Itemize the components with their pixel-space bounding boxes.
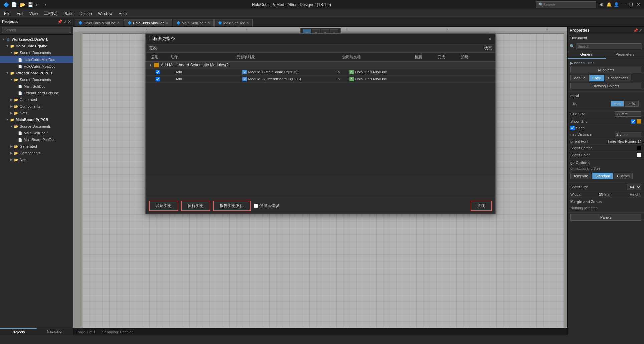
tree-extend-prj[interactable]: ▼ 📁 ExtendBoard.PrjPCB: [0, 70, 73, 76]
tree-main-sch2[interactable]: 📄 Main.SchDoc *: [0, 130, 73, 136]
tree-source-docs-3[interactable]: ▼ 📂 Source Documents: [0, 123, 73, 130]
menu-project[interactable]: 工程(C): [41, 10, 60, 17]
unit-mils-btn[interactable]: mils: [625, 101, 639, 107]
only-errors-checkbox[interactable]: [254, 204, 258, 208]
panel-close-icon[interactable]: ✕: [68, 19, 71, 24]
row2-doc-icon: D: [349, 77, 354, 81]
menu-help[interactable]: Help: [116, 11, 130, 17]
tab-navigator[interactable]: Navigator: [37, 328, 73, 335]
custom-btn[interactable]: Custom: [614, 173, 633, 179]
tree-components-2[interactable]: ▶ 📂 Components: [0, 150, 73, 156]
standard-btn[interactable]: Standard: [592, 173, 613, 179]
menu-file[interactable]: File: [1, 11, 13, 17]
tree-mbs-doc[interactable]: 📄 HoloCubis.MbsDoc: [0, 56, 73, 63]
tree-nets-2[interactable]: ▶ 📂 Nets: [0, 156, 73, 163]
menu-view[interactable]: View: [27, 11, 41, 17]
tab-main-sch-star[interactable]: 🔷 Main.SchDoc * ✕: [173, 19, 214, 26]
general-section-title: neral: [570, 94, 641, 98]
panel-pin-icon[interactable]: 📌: [57, 19, 62, 24]
titlebar-search[interactable]: 🔍: [536, 1, 596, 8]
close-button[interactable]: 关闭: [471, 201, 492, 211]
open-icon[interactable]: 📂: [20, 2, 25, 7]
menu-window[interactable]: Window: [95, 11, 115, 17]
tab-general[interactable]: General: [568, 51, 606, 59]
tab-parameters[interactable]: Parameters: [606, 51, 644, 59]
mainboard-pcb-icon: 📄: [17, 137, 23, 142]
settings-icon[interactable]: ⚙: [599, 2, 605, 8]
snap-checkbox[interactable]: [570, 126, 575, 130]
redo-icon[interactable]: ↪: [42, 2, 46, 7]
tree-workspace[interactable]: ▼ 🖥 Workspace1.DsnWrk: [0, 36, 73, 43]
tree-holobolic-prj[interactable]: ▼ 📁 HoloCubic.PrjMbd: [0, 43, 73, 49]
show-grid-checkbox[interactable]: [631, 119, 635, 124]
row2-doc: D HoloCubis.MbaDoc: [349, 77, 423, 81]
titlebar-search-input[interactable]: [543, 3, 590, 7]
minimize-button[interactable]: —: [621, 2, 627, 8]
tree-components-1[interactable]: ▶ 📂 Components: [0, 103, 73, 110]
tree-source-docs-1[interactable]: ▼ 📂 Source Documents: [0, 49, 73, 56]
filter-module-btn[interactable]: Module: [570, 75, 588, 81]
height-label: Height:: [630, 192, 641, 196]
mba-tab-icon: 🔷: [78, 21, 82, 25]
sheet-border-color[interactable]: [637, 146, 641, 150]
tree-nets-1[interactable]: ▶ 📂 Nets: [0, 110, 73, 116]
main-sch-star-label: Main.SchDoc *: [182, 21, 206, 25]
panels-button[interactable]: Panels: [570, 214, 641, 221]
properties-search-input[interactable]: [576, 43, 642, 49]
tab-projects[interactable]: Projects: [0, 328, 37, 335]
tree-source-docs-2[interactable]: ▼ 📂 Source Documents: [0, 76, 73, 83]
tab-mba[interactable]: 🔷 HoloCubis.MbaDoc ✕: [75, 19, 123, 26]
validate-button[interactable]: 验证变更: [149, 201, 178, 211]
filter-icon: ▶: [570, 61, 573, 65]
tree-main-sch[interactable]: 📄 Main.SchDoc: [0, 83, 73, 90]
menu-design[interactable]: Design: [77, 11, 95, 17]
workspace-icon: 🖥: [5, 37, 11, 42]
dialog-close-icon[interactable]: ✕: [488, 36, 492, 41]
tree-generated-1[interactable]: ▶ 📂 Generated: [0, 96, 73, 103]
restore-button[interactable]: ❐: [628, 2, 634, 8]
undo-icon[interactable]: ↩: [36, 2, 40, 7]
unit-mm-btn[interactable]: mm: [611, 101, 624, 107]
save-icon[interactable]: 💾: [28, 2, 33, 7]
projects-search-input[interactable]: [2, 27, 71, 33]
grid-color-box[interactable]: [637, 119, 641, 124]
props-max-icon[interactable]: ⤢: [639, 28, 642, 33]
execute-button[interactable]: 执行变更: [181, 201, 210, 211]
tab-main-sch[interactable]: 🔷 Main.SchDoc ✕: [214, 19, 253, 26]
all-objects-button[interactable]: All objects: [570, 67, 641, 73]
tree-mainboard-pcb[interactable]: 📄 MainBoard.PcbDoc: [0, 136, 73, 143]
tree-extend-pcb[interactable]: 📄 ExtendBoard.PcbDoc: [0, 90, 73, 96]
main-sch-star-close[interactable]: ✕: [207, 21, 210, 25]
formatting-title: ormatting and Size: [570, 167, 641, 170]
main-sch-close[interactable]: ✕: [246, 21, 249, 25]
sheet-size-select[interactable]: A4: [627, 184, 641, 190]
tree-mainboard-prj[interactable]: ▼ 📁 MainBoard.PrjPCB: [0, 116, 73, 123]
width-row: Width: 297mm Height:: [568, 191, 644, 198]
new-icon[interactable]: 📄: [11, 2, 17, 7]
filter-entry-btn[interactable]: Entry: [589, 75, 604, 81]
template-btn[interactable]: Template: [570, 173, 591, 179]
dialog-group-row[interactable]: ▼ Add Multi-board Schematic Modules(2: [146, 62, 495, 69]
row1-enabled[interactable]: [156, 70, 176, 74]
sheet-color-box[interactable]: [637, 153, 641, 157]
props-pin-icon[interactable]: 📌: [633, 28, 638, 33]
user-icon[interactable]: 👤: [613, 2, 619, 8]
menu-place[interactable]: Place: [61, 11, 76, 17]
mbs-tab-label: HoloCubis.MbsDoc: [133, 21, 164, 25]
tree-mba-doc[interactable]: 📄 HoloCubis.MbaDoc: [0, 63, 73, 70]
close-button[interactable]: ✕: [635, 2, 641, 8]
main-sch-icon: 📄: [17, 84, 23, 89]
mba-tab-close[interactable]: ✕: [117, 21, 120, 25]
snap-distance-input[interactable]: [615, 132, 641, 137]
notification-icon[interactable]: 🔔: [606, 2, 612, 8]
tab-mbs[interactable]: 🔷 HoloCubis.MbsDoc ✕: [124, 19, 172, 26]
menu-edit[interactable]: Edit: [14, 11, 26, 17]
report-button[interactable]: 报告变更(R)...: [213, 201, 251, 211]
panel-maximize-icon[interactable]: ⤢: [63, 19, 67, 24]
row2-enabled[interactable]: [156, 77, 176, 81]
mbs-tab-close[interactable]: ✕: [166, 21, 168, 25]
tree-generated-2[interactable]: ▶ 📂 Generated: [0, 143, 73, 150]
drawing-objects-button[interactable]: Drawing Objects: [570, 83, 641, 89]
filter-connections-btn[interactable]: Connections: [605, 75, 631, 81]
grid-size-input[interactable]: [615, 111, 641, 117]
